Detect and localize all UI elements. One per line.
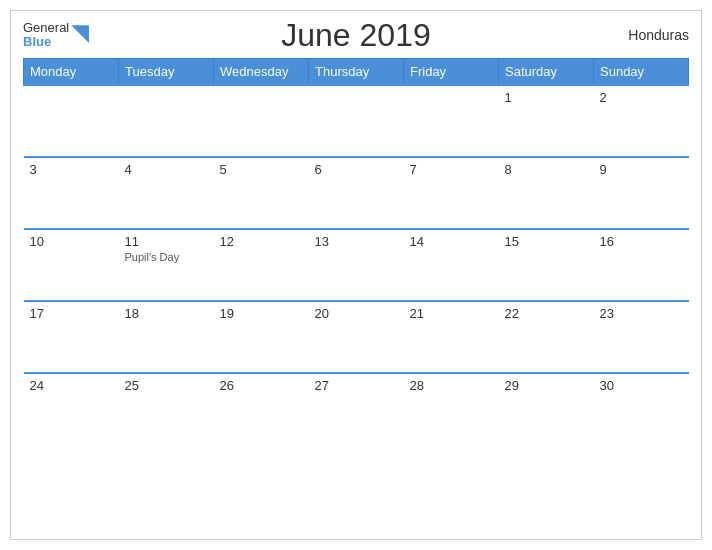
day-number: 23 xyxy=(600,306,683,321)
calendar-wrapper: General Blue June 2019 Honduras MondayTu… xyxy=(10,10,702,540)
calendar-cell: 9 xyxy=(594,157,689,229)
calendar-week-row: 17181920212223 xyxy=(24,301,689,373)
calendar-table: MondayTuesdayWednesdayThursdayFridaySatu… xyxy=(23,58,689,445)
logo: General Blue xyxy=(23,21,89,50)
calendar-cell: 18 xyxy=(119,301,214,373)
calendar-cell: 10 xyxy=(24,229,119,301)
calendar-cell xyxy=(404,85,499,157)
day-number: 20 xyxy=(315,306,398,321)
calendar-cell: 20 xyxy=(309,301,404,373)
calendar-cell: 5 xyxy=(214,157,309,229)
day-number: 27 xyxy=(315,378,398,393)
calendar-cell: 28 xyxy=(404,373,499,445)
calendar-cell: 2 xyxy=(594,85,689,157)
day-number: 9 xyxy=(600,162,683,177)
calendar-week-row: 24252627282930 xyxy=(24,373,689,445)
calendar-week-row: 3456789 xyxy=(24,157,689,229)
calendar-thead: MondayTuesdayWednesdayThursdayFridaySatu… xyxy=(24,58,689,85)
calendar-cell: 26 xyxy=(214,373,309,445)
day-number: 30 xyxy=(600,378,683,393)
weekday-header-row: MondayTuesdayWednesdayThursdayFridaySatu… xyxy=(24,58,689,85)
logo-icon xyxy=(71,25,89,43)
day-number: 10 xyxy=(30,234,113,249)
calendar-cell: 14 xyxy=(404,229,499,301)
weekday-header: Monday xyxy=(24,58,119,85)
weekday-header: Saturday xyxy=(499,58,594,85)
day-number: 19 xyxy=(220,306,303,321)
day-number: 15 xyxy=(505,234,588,249)
calendar-week-row: 12 xyxy=(24,85,689,157)
calendar-cell: 4 xyxy=(119,157,214,229)
calendar-cell xyxy=(119,85,214,157)
day-number: 3 xyxy=(30,162,113,177)
country-label: Honduras xyxy=(628,27,689,43)
calendar-cell: 11Pupil's Day xyxy=(119,229,214,301)
day-number: 28 xyxy=(410,378,493,393)
calendar-cell: 1 xyxy=(499,85,594,157)
day-number: 14 xyxy=(410,234,493,249)
calendar-cell xyxy=(214,85,309,157)
month-title: June 2019 xyxy=(281,17,430,54)
calendar-cell: 17 xyxy=(24,301,119,373)
calendar-cell: 21 xyxy=(404,301,499,373)
day-number: 17 xyxy=(30,306,113,321)
calendar-cell: 15 xyxy=(499,229,594,301)
calendar-cell: 12 xyxy=(214,229,309,301)
day-number: 22 xyxy=(505,306,588,321)
day-number: 25 xyxy=(125,378,208,393)
calendar-header: General Blue June 2019 Honduras xyxy=(23,21,689,50)
day-number: 11 xyxy=(125,234,208,249)
calendar-cell xyxy=(24,85,119,157)
logo-blue-text: Blue xyxy=(23,35,69,49)
day-number: 24 xyxy=(30,378,113,393)
day-number: 16 xyxy=(600,234,683,249)
calendar-week-row: 1011Pupil's Day1213141516 xyxy=(24,229,689,301)
calendar-cell: 29 xyxy=(499,373,594,445)
calendar-body: 1234567891011Pupil's Day1213141516171819… xyxy=(24,85,689,445)
calendar-cell: 7 xyxy=(404,157,499,229)
day-number: 29 xyxy=(505,378,588,393)
calendar-cell: 6 xyxy=(309,157,404,229)
calendar-cell: 27 xyxy=(309,373,404,445)
logo-general-text: General xyxy=(23,21,69,35)
day-number: 8 xyxy=(505,162,588,177)
calendar-cell: 19 xyxy=(214,301,309,373)
day-number: 6 xyxy=(315,162,398,177)
calendar-cell: 13 xyxy=(309,229,404,301)
calendar-cell: 16 xyxy=(594,229,689,301)
day-number: 1 xyxy=(505,90,588,105)
day-number: 13 xyxy=(315,234,398,249)
day-number: 18 xyxy=(125,306,208,321)
calendar-cell: 24 xyxy=(24,373,119,445)
calendar-cell: 3 xyxy=(24,157,119,229)
weekday-header: Tuesday xyxy=(119,58,214,85)
calendar-cell: 25 xyxy=(119,373,214,445)
holiday-label: Pupil's Day xyxy=(125,251,208,263)
weekday-header: Wednesday xyxy=(214,58,309,85)
weekday-header: Friday xyxy=(404,58,499,85)
calendar-cell xyxy=(309,85,404,157)
day-number: 2 xyxy=(600,90,683,105)
day-number: 5 xyxy=(220,162,303,177)
logo-text: General Blue xyxy=(23,21,69,50)
day-number: 4 xyxy=(125,162,208,177)
day-number: 12 xyxy=(220,234,303,249)
calendar-cell: 22 xyxy=(499,301,594,373)
weekday-header: Sunday xyxy=(594,58,689,85)
day-number: 21 xyxy=(410,306,493,321)
day-number: 26 xyxy=(220,378,303,393)
calendar-cell: 23 xyxy=(594,301,689,373)
calendar-cell: 30 xyxy=(594,373,689,445)
calendar-cell: 8 xyxy=(499,157,594,229)
day-number: 7 xyxy=(410,162,493,177)
weekday-header: Thursday xyxy=(309,58,404,85)
